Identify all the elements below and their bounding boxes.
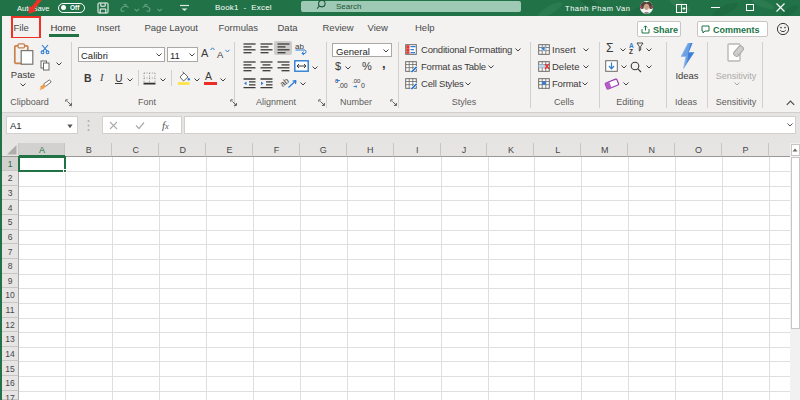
svg-text:0: 0 [361,82,365,89]
svg-text:.00: .00 [338,82,348,89]
svg-text:Z: Z [629,48,633,55]
svg-text:.00: .00 [352,78,361,84]
